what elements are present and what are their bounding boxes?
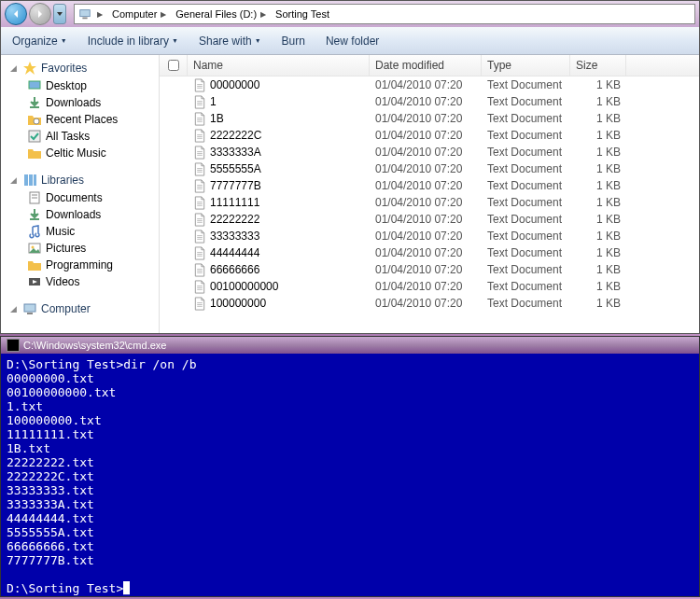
item-icon [27,224,42,239]
item-icon [27,78,42,93]
libraries-icon [22,173,37,188]
item-icon [27,112,42,127]
cmd-output[interactable]: D:\Sorting Test>dir /on /b 00000000.txt … [1,354,699,596]
sidebar-item[interactable]: Documents [1,189,159,206]
nav-history-dropdown[interactable] [53,4,66,24]
text-file-icon [193,112,206,126]
svg-rect-6 [24,174,28,186]
svg-rect-12 [30,218,39,220]
col-name[interactable]: Name [188,55,370,76]
breadcrumb-seg[interactable]: General Files (D:)▶ [172,8,272,20]
file-row[interactable]: 0000000001/04/2010 07:20Text Document1 K… [160,77,699,93]
text-file-icon [193,78,206,92]
item-icon [27,274,42,289]
svg-rect-3 [30,106,39,108]
computer-header[interactable]: ◢ Computer [1,300,159,318]
svg-rect-8 [34,174,36,186]
sidebar-item[interactable]: Desktop [1,77,159,94]
burn-button[interactable]: Burn [278,33,309,49]
address-bar[interactable]: ▶ Computer▶ General Files (D:)▶ Sorting … [74,4,695,24]
computer-icon [22,301,37,316]
explorer-window: ▶ Computer▶ General Files (D:)▶ Sorting … [0,0,700,334]
file-row[interactable]: 101/04/2010 07:20Text Document1 KB [160,93,699,110]
sidebar-item[interactable]: Recent Places [1,111,159,128]
item-icon [27,258,42,272]
sidebar-item[interactable]: Programming [1,257,159,273]
text-file-icon [193,95,206,109]
item-icon [27,129,42,144]
svg-rect-5 [29,131,40,142]
col-type[interactable]: Type [482,55,570,76]
file-row[interactable]: 10000000001/04/2010 07:20Text Document1 … [160,295,699,312]
svg-point-14 [32,246,35,249]
sidebar-item[interactable]: All Tasks [1,128,159,145]
text-file-icon [193,213,206,227]
file-row[interactable]: 2222222C01/04/2010 07:20Text Document1 K… [160,127,699,144]
item-icon [27,146,42,160]
svg-point-4 [34,118,39,124]
sidebar: ◢ Favorites DesktopDownloadsRecent Place… [1,55,160,333]
sidebar-item[interactable]: Downloads [1,206,159,223]
svg-rect-17 [27,313,33,314]
sidebar-item[interactable]: Videos [1,273,159,290]
text-file-icon [193,280,206,294]
toolbar: Organize▼ Include in library▼ Share with… [1,27,699,55]
svg-rect-16 [24,304,35,312]
file-row[interactable]: 2222222201/04/2010 07:20Text Document1 K… [160,211,699,228]
file-row[interactable]: 1111111101/04/2010 07:20Text Document1 K… [160,194,699,211]
file-row[interactable]: 7777777B01/04/2010 07:20Text Document1 K… [160,177,699,194]
text-file-icon [193,297,206,311]
file-row[interactable]: 5555555A01/04/2010 07:20Text Document1 K… [160,160,699,177]
svg-rect-0 [80,10,91,17]
cmd-titlebar[interactable]: C:\Windows\system32\cmd.exe [1,337,699,354]
computer-icon [78,7,91,21]
new-folder-button[interactable]: New folder [322,33,383,49]
text-file-icon [193,196,206,210]
text-file-icon [193,263,206,277]
forward-button[interactable] [29,3,51,25]
item-icon [27,95,42,110]
back-button[interactable] [5,3,27,25]
breadcrumb-seg[interactable]: Sorting Test [272,8,333,20]
cmd-window: C:\Windows\system32\cmd.exe D:\Sorting T… [0,336,700,597]
column-headers: Name Date modified Type Size [160,55,699,77]
breadcrumb-seg[interactable]: Computer▶ [108,8,172,20]
text-file-icon [193,162,206,176]
item-icon [27,241,42,256]
file-row[interactable]: 3333333A01/04/2010 07:20Text Document1 K… [160,144,699,160]
cmd-icon [7,339,20,352]
file-row[interactable]: 6666666601/04/2010 07:20Text Document1 K… [160,261,699,278]
libraries-header[interactable]: ◢ Libraries [1,171,159,189]
text-file-icon [193,129,206,143]
file-row[interactable]: 4444444401/04/2010 07:20Text Document1 K… [160,244,699,261]
file-row[interactable]: 1B01/04/2010 07:20Text Document1 KB [160,110,699,127]
col-size[interactable]: Size [570,55,626,76]
svg-rect-1 [82,18,87,20]
sidebar-item[interactable]: Pictures [1,240,159,257]
file-list: Name Date modified Type Size 0000000001/… [160,55,699,333]
file-row[interactable]: 3333333301/04/2010 07:20Text Document1 K… [160,228,699,244]
include-library-button[interactable]: Include in library▼ [84,33,182,49]
favorites-header[interactable]: ◢ Favorites [1,59,159,77]
text-file-icon [193,179,206,193]
select-all-checkbox[interactable] [168,60,179,71]
cursor: _ [123,581,130,595]
sidebar-item[interactable]: Music [1,223,159,240]
sidebar-item[interactable]: Celtic Music [1,145,159,161]
item-icon [27,207,42,222]
file-row[interactable]: 0010000000001/04/2010 07:20Text Document… [160,278,699,295]
text-file-icon [193,146,206,160]
text-file-icon [193,246,206,260]
item-icon [27,190,42,205]
favorites-icon [22,61,37,76]
col-date[interactable]: Date modified [370,55,482,76]
organize-button[interactable]: Organize▼ [8,33,71,49]
share-with-button[interactable]: Share with▼ [195,33,265,49]
svg-rect-7 [29,174,33,186]
text-file-icon [193,230,206,244]
svg-rect-2 [29,81,40,89]
sidebar-item[interactable]: Downloads [1,94,159,111]
nav-bar: ▶ Computer▶ General Files (D:)▶ Sorting … [1,1,699,27]
